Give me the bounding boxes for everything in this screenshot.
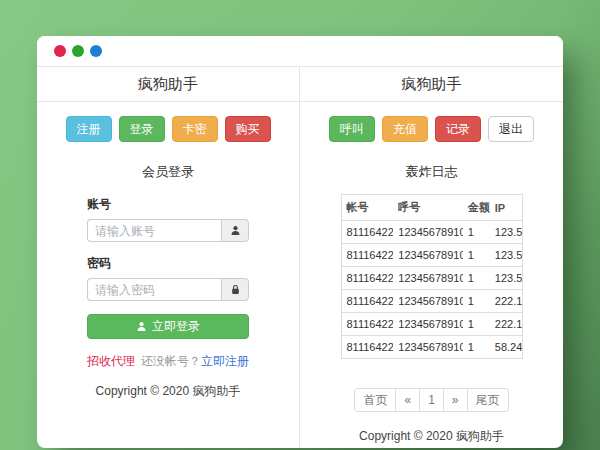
login-form: 账号 密码 [87, 196, 249, 339]
agent-link[interactable]: 招收代理 [87, 353, 135, 370]
table-cell: 1 [463, 267, 490, 290]
call-button[interactable]: 呼叫 [329, 116, 375, 142]
no-account-text: 还没帐号？ [141, 354, 201, 368]
table-cell: 1 [463, 244, 490, 267]
column-header: 帐号 [341, 195, 393, 221]
table-cell: 12345678910 [393, 290, 462, 313]
table-cell: 1 [463, 313, 490, 336]
table-row: 8111642212345678910158.24 [341, 336, 522, 359]
account-addon [221, 219, 249, 242]
table-cell: 12345678910 [393, 244, 462, 267]
table-cell: 123.5 [490, 244, 522, 267]
right-copyright: Copyright © 2020 疯狗助手 [359, 428, 504, 445]
card-key-button[interactable]: 卡密 [172, 116, 218, 142]
member-login-heading: 会员登录 [142, 163, 194, 181]
user-icon [136, 321, 147, 332]
user-icon [230, 225, 241, 236]
right-panel-title: 疯狗助手 [300, 67, 563, 102]
last-page-button[interactable]: 尾页 [467, 388, 509, 412]
minimize-dot[interactable] [72, 45, 84, 57]
log-table: 帐号呼号金额IP 81116422123456789101123.5811164… [341, 194, 523, 359]
close-dot[interactable] [54, 45, 66, 57]
table-cell: 81116422 [341, 244, 393, 267]
left-panel-title: 疯狗助手 [37, 67, 299, 102]
left-button-row: 注册登录卡密购买 [66, 116, 271, 142]
column-header: 呼号 [393, 195, 462, 221]
table-body: 81116422123456789101123.5811164221234567… [341, 221, 522, 359]
table-cell: 81116422 [341, 336, 393, 359]
table-cell: 81116422 [341, 267, 393, 290]
window-titlebar [37, 36, 563, 67]
buy-button[interactable]: 购买 [225, 116, 271, 142]
column-header: 金额 [463, 195, 490, 221]
table-cell: 81116422 [341, 290, 393, 313]
table-row: 81116422123456789101123.5 [341, 221, 522, 244]
login-panel: 疯狗助手 注册登录卡密购买 会员登录 账号 密码 [37, 67, 300, 448]
table-row: 81116422123456789101123.5 [341, 244, 522, 267]
login-button-label: 立即登录 [152, 318, 200, 335]
table-cell: 12345678910 [393, 267, 462, 290]
log-panel-body: 呼叫充值记录退出 轰炸日志 帐号呼号金额IP 81116422123456789… [300, 102, 563, 448]
next-page-button[interactable]: » [443, 388, 468, 412]
links-row: 招收代理 还没帐号？立即注册 [87, 353, 249, 370]
bomb-log-heading: 轰炸日志 [406, 163, 458, 181]
password-input-group [87, 278, 249, 301]
table-row: 81116422123456789101222.1 [341, 313, 522, 336]
table-cell: 12345678910 [393, 313, 462, 336]
table-cell: 81116422 [341, 221, 393, 244]
table-cell: 123.5 [490, 267, 522, 290]
account-input-group [87, 219, 249, 242]
password-addon [221, 278, 249, 301]
table-row: 81116422123456789101222.1 [341, 290, 522, 313]
prev-page-button[interactable]: « [395, 388, 420, 412]
login-tab-button[interactable]: 登录 [119, 116, 165, 142]
first-page-button[interactable]: 首页 [354, 388, 396, 412]
table-cell: 222.1 [490, 313, 522, 336]
register-button[interactable]: 注册 [66, 116, 112, 142]
pagination: 首页«1»尾页 [354, 388, 508, 412]
table-cell: 1 [463, 290, 490, 313]
password-label: 密码 [87, 255, 249, 272]
maximize-dot[interactable] [90, 45, 102, 57]
account-label: 账号 [87, 196, 249, 213]
column-header: IP [490, 195, 522, 221]
right-button-row: 呼叫充值记录退出 [329, 116, 534, 142]
recharge-button[interactable]: 充值 [382, 116, 428, 142]
lock-icon [230, 284, 241, 295]
register-link[interactable]: 立即注册 [201, 354, 249, 368]
window-content: 疯狗助手 注册登录卡密购买 会员登录 账号 密码 [37, 67, 563, 448]
table-cell: 1 [463, 336, 490, 359]
table-cell: 123.5 [490, 221, 522, 244]
app-window: 疯狗助手 注册登录卡密购买 会员登录 账号 密码 [37, 36, 563, 448]
login-button[interactable]: 立即登录 [87, 314, 249, 339]
table-cell: 12345678910 [393, 336, 462, 359]
records-button[interactable]: 记录 [435, 116, 481, 142]
table-row: 81116422123456789101123.5 [341, 267, 522, 290]
table-cell: 12345678910 [393, 221, 462, 244]
page-1-button[interactable]: 1 [419, 388, 444, 412]
log-panel: 疯狗助手 呼叫充值记录退出 轰炸日志 帐号呼号金额IP 811164221234… [300, 67, 563, 448]
register-prompt: 还没帐号？立即注册 [141, 353, 249, 370]
table-header-row: 帐号呼号金额IP [341, 195, 522, 221]
login-panel-body: 注册登录卡密购买 会员登录 账号 密码 [37, 102, 299, 448]
password-input[interactable] [87, 278, 221, 301]
table-cell: 1 [463, 221, 490, 244]
logout-button[interactable]: 退出 [488, 116, 534, 142]
table-cell: 81116422 [341, 313, 393, 336]
table-cell: 58.24 [490, 336, 522, 359]
table-cell: 222.1 [490, 290, 522, 313]
account-input[interactable] [87, 219, 221, 242]
left-copyright: Copyright © 2020 疯狗助手 [96, 383, 241, 400]
